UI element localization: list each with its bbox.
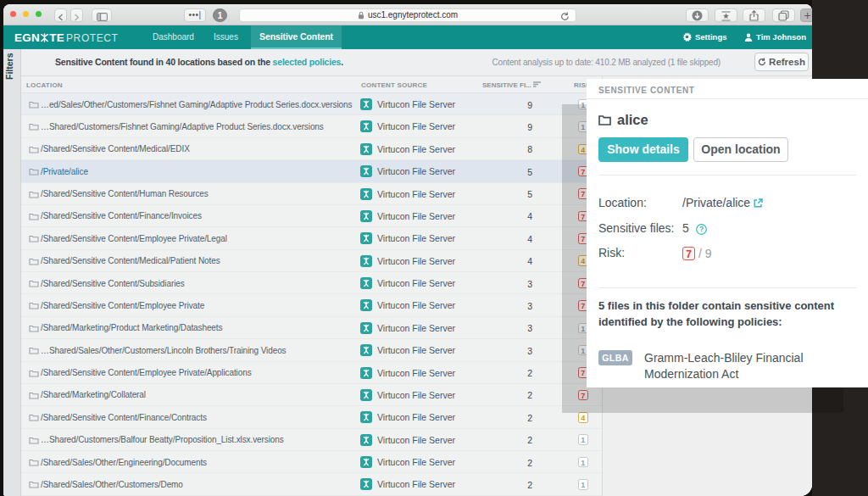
svg-text:?: ? (698, 225, 703, 233)
